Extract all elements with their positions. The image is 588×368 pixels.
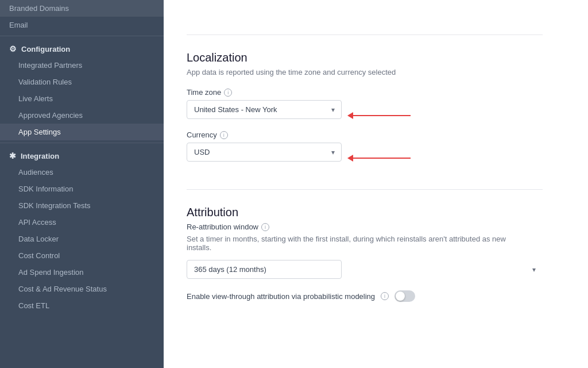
reattribution-select[interactable]: 365 days (12 months) 180 days (6 months)… bbox=[187, 260, 342, 279]
mid-divider bbox=[187, 189, 543, 190]
sidebar-item-approved-agencies[interactable]: Approved Agencies bbox=[0, 107, 164, 124]
sidebar-item-live-alerts[interactable]: Live Alerts bbox=[0, 90, 164, 107]
currency-arrowline bbox=[353, 158, 411, 159]
currency-arrowhead bbox=[347, 155, 353, 162]
sidebar-item-integrated-partners[interactable]: Integrated Partners bbox=[0, 57, 164, 74]
gear-icon: ⚙ bbox=[9, 44, 17, 53]
sidebar-divider-1 bbox=[0, 36, 164, 36]
sidebar-item-email[interactable]: Email bbox=[0, 17, 164, 33]
toggle-label: Enable view-through attribution via prob… bbox=[187, 292, 375, 301]
main-content: Localization App data is reported using … bbox=[164, 0, 588, 368]
timezone-row: United States - New York UTC Europe - Lo… bbox=[187, 100, 543, 131]
sidebar-item-branded-domains[interactable]: Branded Domains bbox=[0, 0, 164, 17]
attribution-title: Attribution bbox=[187, 206, 543, 219]
currency-row: USD EUR GBP JPY ▾ bbox=[187, 143, 543, 173]
sidebar-item-validation-rules[interactable]: Validation Rules bbox=[0, 74, 164, 90]
sidebar-section-integration: ✱ Integration bbox=[0, 145, 164, 164]
timezone-arrowhead bbox=[347, 112, 353, 119]
timezone-info-icon: i bbox=[224, 89, 232, 97]
sidebar: Branded Domains Email ⚙ Configuration In… bbox=[0, 0, 164, 368]
sidebar-item-ad-spend-ingestion[interactable]: Ad Spend Ingestion bbox=[0, 264, 164, 281]
currency-arrow-indicator bbox=[347, 155, 411, 162]
currency-info-icon: i bbox=[220, 131, 228, 139]
currency-select-wrapper: USD EUR GBP JPY ▾ bbox=[187, 143, 342, 162]
sidebar-item-app-settings[interactable]: App Settings bbox=[0, 124, 164, 140]
sidebar-item-sdk-integration-tests[interactable]: SDK Integration Tests bbox=[0, 197, 164, 214]
reattribution-label: Re-attribution window i bbox=[187, 223, 543, 231]
toggle-row: Enable view-through attribution via prob… bbox=[187, 290, 543, 302]
reattribution-select-wrapper: 365 days (12 months) 180 days (6 months)… bbox=[187, 260, 543, 279]
sidebar-item-data-locker[interactable]: Data Locker bbox=[0, 231, 164, 247]
reattribution-description: Set a timer in months, starting with the… bbox=[187, 235, 508, 252]
timezone-arrow-indicator bbox=[347, 112, 411, 119]
reattribution-info-icon: i bbox=[261, 223, 269, 231]
integration-label: Integration bbox=[21, 152, 59, 160]
toggle-knob bbox=[396, 292, 405, 301]
timezone-arrowline bbox=[353, 115, 411, 116]
sidebar-item-cost-control[interactable]: Cost Control bbox=[0, 247, 164, 264]
probabilistic-toggle[interactable] bbox=[394, 290, 415, 302]
sidebar-item-api-access[interactable]: API Access bbox=[0, 214, 164, 231]
currency-select[interactable]: USD EUR GBP JPY bbox=[187, 143, 342, 162]
wrench-icon: ✱ bbox=[9, 151, 16, 160]
timezone-select[interactable]: United States - New York UTC Europe - Lo… bbox=[187, 100, 342, 119]
sidebar-divider-2 bbox=[0, 143, 164, 143]
sidebar-item-cost-ad-revenue-status[interactable]: Cost & Ad Revenue Status bbox=[0, 281, 164, 297]
configuration-label: Configuration bbox=[21, 45, 70, 53]
attribution-section: Attribution Re-attribution window i Set … bbox=[187, 206, 543, 302]
localization-description: App data is reported using the time zone… bbox=[187, 68, 543, 76]
sidebar-item-sdk-information[interactable]: SDK Information bbox=[0, 181, 164, 197]
top-divider bbox=[187, 34, 543, 35]
reattribution-chevron-icon: ▾ bbox=[532, 266, 536, 274]
timezone-select-wrapper: United States - New York UTC Europe - Lo… bbox=[187, 100, 342, 119]
timezone-label: Time zone i bbox=[187, 88, 543, 97]
localization-section: Localization App data is reported using … bbox=[187, 51, 543, 173]
toggle-info-icon: i bbox=[381, 292, 389, 300]
sidebar-item-cost-etl[interactable]: Cost ETL bbox=[0, 297, 164, 314]
sidebar-item-audiences[interactable]: Audiences bbox=[0, 164, 164, 181]
currency-label: Currency i bbox=[187, 131, 543, 139]
sidebar-section-configuration: ⚙ Configuration bbox=[0, 39, 164, 57]
localization-title: Localization bbox=[187, 51, 543, 64]
